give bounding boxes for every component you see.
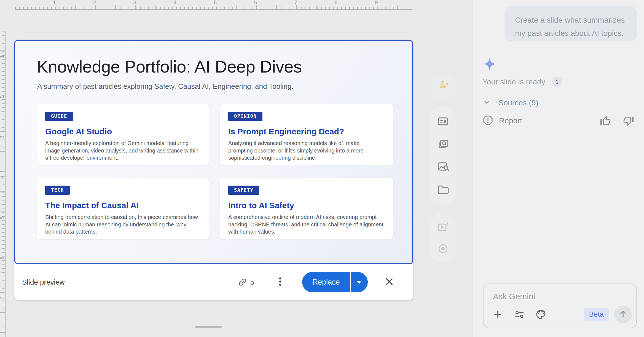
sources-link-count[interactable]: 5 [238, 277, 254, 287]
template-icon[interactable] [436, 114, 450, 129]
gemini-panel: Create a slide what summarizes my past a… [473, 0, 644, 337]
report-label: Report [499, 116, 522, 125]
replace-dropdown-button[interactable] [350, 272, 368, 292]
article-summary: A comprehensive outline of modern AI ris… [228, 213, 385, 236]
report-button[interactable]: Report [482, 115, 522, 127]
article-title: Intro to AI Safety [228, 201, 385, 210]
image-search-icon[interactable] [436, 160, 450, 174]
preview-action-bar: Slide preview 5 Replace [14, 264, 413, 300]
chevron-down-icon [482, 98, 491, 108]
replace-split-button: Replace [302, 272, 368, 292]
report-alert-icon [482, 115, 493, 127]
article-summary: Shifting from correlation to causation, … [45, 213, 200, 236]
vertical-ruler: 1 2 3 4 5 6 7 [0, 31, 6, 337]
preview-bar-title: Slide preview [22, 278, 65, 287]
horizontal-scrollbar-thumb[interactable] [195, 326, 222, 328]
ruler-number: 1 [0, 54, 5, 60]
arrow-up-icon [618, 309, 628, 320]
ruler-number: 2 [0, 94, 5, 100]
status-message: Your slide is ready. [482, 77, 547, 86]
sources-toggle[interactable]: Sources (5) [482, 98, 538, 108]
ruler-number: 3 [132, 0, 138, 6]
ruler-number: 7 [0, 295, 5, 301]
category-badge: SAFETY [228, 186, 259, 195]
slide-title: Knowledge Portfolio: AI Deep Dives [37, 57, 302, 76]
article-title: Google AI Studio [45, 127, 200, 136]
category-badge: OPINION [228, 112, 262, 121]
category-badge: GUIDE [45, 112, 73, 121]
tune-settings-icon[interactable] [514, 309, 525, 320]
category-badge: TECH [45, 186, 70, 195]
thumbs-down-icon[interactable] [623, 115, 634, 126]
article-summary: Analyzing if advanced reasoning models l… [228, 140, 385, 162]
slide-version-badge: 1 [552, 77, 562, 87]
ruler-number: 2 [92, 0, 98, 6]
article-title: The Impact of Causal AI [45, 201, 200, 210]
slide-preview-card: Knowledge Portfolio: AI Deep Dives A sum… [14, 40, 413, 300]
palette-icon[interactable] [535, 309, 546, 320]
feedback-row: Report [482, 115, 634, 127]
toolbar-group-media [430, 213, 456, 263]
gemini-prompt-box: Beta [483, 283, 637, 328]
ruler-number: 8 [333, 0, 339, 6]
slide-subtitle: A summary of past articles exploring Saf… [37, 82, 294, 91]
gemini-sparkle-icon [482, 57, 497, 72]
feedback-buttons [600, 115, 634, 126]
status-row: Your slide is ready. 1 [482, 77, 562, 87]
camera-icon[interactable] [436, 137, 450, 151]
ruler-number: 3 [0, 134, 5, 140]
send-button[interactable] [614, 306, 632, 323]
horizontal-ruler: 1 2 3 4 5 6 7 8 9 [15, 0, 412, 10]
toolbar-group-insert [430, 106, 456, 205]
close-icon [384, 276, 395, 288]
ruler-number: 1 [51, 0, 57, 6]
record-icon[interactable] [436, 242, 450, 256]
prompt-toolbar: Beta [492, 305, 632, 324]
generated-slide[interactable]: Knowledge Portfolio: AI Deep Dives A sum… [14, 40, 413, 264]
link-icon [235, 275, 249, 289]
toolbar-group-generate [431, 75, 456, 98]
article-card-safety: SAFETY Intro to AI Safety A comprehensiv… [220, 178, 393, 240]
banana-sparkle-icon[interactable] [436, 79, 450, 93]
folder-icon[interactable] [436, 183, 450, 197]
article-card-guide: GUIDE Google AI Studio A beginner-friend… [37, 104, 209, 166]
ruler-number: 4 [0, 174, 5, 180]
link-count-value: 5 [250, 278, 254, 287]
add-attachment-icon[interactable] [492, 309, 503, 320]
ruler-number: 9 [373, 0, 379, 6]
ruler-number: 5 [0, 215, 5, 221]
ruler-number: 5 [212, 0, 218, 6]
close-preview-button[interactable] [384, 276, 395, 288]
sources-label: Sources (5) [498, 98, 538, 107]
article-summary: A beginner-friendly exploration of Gemin… [45, 140, 200, 162]
user-message-bubble: Create a slide what summarizes my past a… [505, 6, 637, 41]
slides-canvas: 1 2 3 4 5 6 7 8 9 1 2 3 4 5 6 7 Knowledg… [0, 0, 472, 337]
app-window: 1 2 3 4 5 6 7 8 9 1 2 3 4 5 6 7 Knowledg… [0, 0, 644, 337]
more-vert-icon [275, 276, 286, 288]
thumbs-up-icon[interactable] [600, 115, 611, 126]
article-title: Is Prompt Engineering Dead? [228, 127, 385, 136]
caret-down-icon [356, 281, 362, 284]
more-options-button[interactable] [275, 276, 286, 288]
ruler-number: 6 [253, 0, 259, 6]
ruler-number: 6 [0, 255, 5, 261]
article-card-opinion: OPINION Is Prompt Engineering Dead? Anal… [220, 104, 393, 166]
video-generate-icon[interactable] [436, 220, 450, 234]
replace-button[interactable]: Replace [302, 272, 350, 292]
article-card-tech: TECH The Impact of Causal AI Shifting fr… [37, 178, 209, 240]
beta-badge: Beta [584, 308, 610, 321]
ruler-number: 4 [172, 0, 178, 6]
ask-gemini-input[interactable] [493, 290, 627, 303]
ruler-number: 7 [293, 0, 299, 6]
